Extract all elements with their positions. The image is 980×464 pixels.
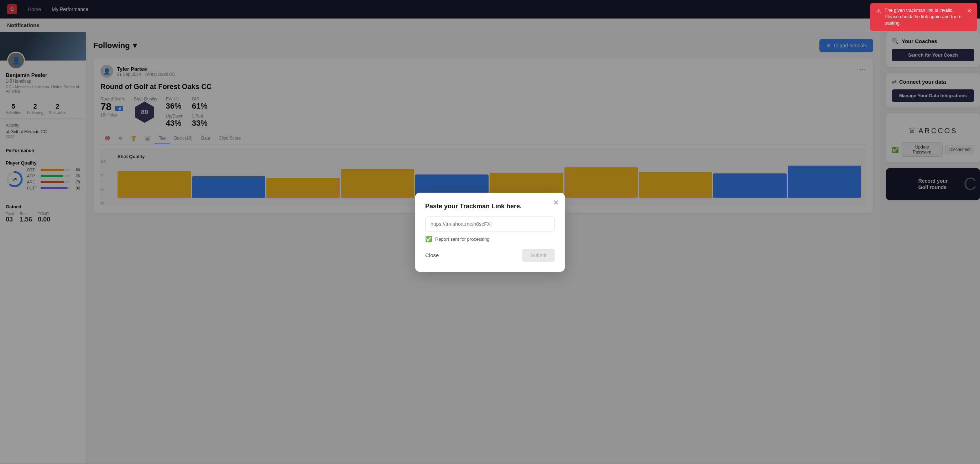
modal-submit-button[interactable]: Submit (522, 249, 555, 262)
modal-close-button[interactable]: Close (425, 252, 439, 258)
modal-overlay: Paste your Trackman Link here. ✕ ✅ Repor… (0, 0, 980, 463)
error-toast: ⚠ The given trackman link is invalid. Pl… (870, 3, 977, 31)
trackman-link-input[interactable] (425, 216, 555, 232)
modal-footer: Close Submit (425, 249, 555, 262)
modal-success-message: ✅ Report sent for processing (425, 236, 555, 243)
modal-title: Paste your Trackman Link here. (425, 203, 555, 210)
warning-icon: ⚠ (876, 8, 881, 15)
toast-message: The given trackman link is invalid. Plea… (885, 7, 963, 27)
toast-close-button[interactable]: ✕ (967, 7, 972, 15)
modal-close-x-button[interactable]: ✕ (553, 199, 559, 207)
success-check-icon: ✅ (425, 236, 432, 243)
trackman-modal: Paste your Trackman Link here. ✕ ✅ Repor… (415, 193, 565, 272)
success-text: Report sent for processing (435, 237, 489, 242)
